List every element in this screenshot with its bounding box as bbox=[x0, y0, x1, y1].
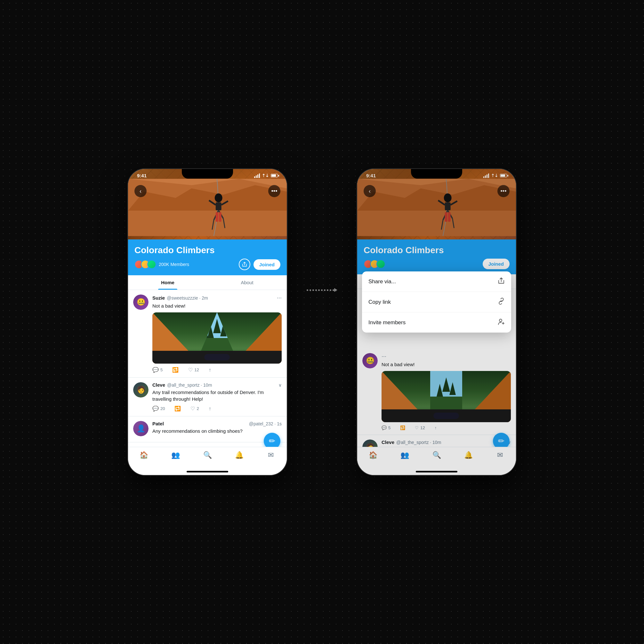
members-info-1: 200K Members bbox=[134, 260, 189, 269]
heart-icon-2: ♡ bbox=[190, 406, 195, 412]
signal-icon-1 bbox=[254, 173, 260, 178]
member-avatar-3 bbox=[147, 260, 156, 269]
dot-7 bbox=[324, 289, 326, 291]
like-action-2[interactable]: ♡ 2 bbox=[190, 406, 199, 412]
tweet-name-cleve: Cleve bbox=[152, 382, 165, 388]
svg-point-1 bbox=[215, 193, 222, 202]
tweet-body-2: Cleve @all_the_sportz · 10m ∨ Any trail … bbox=[152, 382, 282, 412]
wifi-icon-1: ⇡⇣ bbox=[262, 173, 269, 178]
climbing-scene bbox=[128, 179, 287, 236]
arrow-connector bbox=[307, 288, 337, 292]
notch-1 bbox=[182, 169, 233, 179]
nav-notifications-1[interactable]: 🔔 bbox=[223, 451, 255, 459]
link-icon-svg bbox=[498, 298, 505, 305]
dot-8 bbox=[327, 289, 328, 291]
retweet-icon-1: 🔁 bbox=[172, 367, 179, 373]
share-action-1[interactable]: ↑ bbox=[209, 367, 211, 373]
nav-search-1[interactable]: 🔍 bbox=[191, 451, 223, 459]
retweet-action-1[interactable]: 🔁 bbox=[172, 367, 179, 373]
nav-home-1[interactable]: 🏠 bbox=[128, 451, 160, 459]
dot-4 bbox=[315, 289, 317, 291]
menu-label-invite: Invite members bbox=[368, 319, 406, 326]
tweet-actions-1: 💬 5 🔁 ♡ 12 ↑ bbox=[152, 367, 282, 373]
tweet-avatar-suzie: 🤐 bbox=[133, 294, 149, 310]
feed-1: 🤐 Suzie @sweetsuzzzie · 2m ··· Not a bad… bbox=[128, 290, 287, 442]
svg-rect-12 bbox=[201, 338, 233, 351]
menu-item-share[interactable]: Share via... bbox=[362, 271, 511, 292]
tweet-expand-2[interactable]: ∨ bbox=[278, 382, 282, 388]
menu-item-invite[interactable]: Invite members bbox=[362, 312, 511, 333]
group-title-1: Colorado Climbers bbox=[134, 245, 280, 255]
tweet-body-3: Patel @patel_232 · 1s Any recommendation… bbox=[152, 421, 282, 438]
share-menu-icon bbox=[498, 277, 505, 286]
svg-point-28 bbox=[499, 319, 502, 322]
back-button-1[interactable]: ‹ bbox=[134, 185, 147, 197]
tweet-text-1: Not a bad view! bbox=[152, 302, 282, 309]
like-action-1[interactable]: ♡ 12 bbox=[188, 367, 199, 373]
tab-about-1[interactable]: About bbox=[207, 275, 287, 290]
arrow-head bbox=[334, 288, 337, 292]
retweet-icon-2: 🔁 bbox=[174, 406, 181, 412]
share-tweet-icon-1: ↑ bbox=[209, 367, 211, 373]
tweet-text-2: Any trail recommendations for outside of… bbox=[152, 389, 282, 402]
group-header-1: Colorado Climbers 200K Members bbox=[128, 239, 287, 275]
tweet-header-2: Cleve @all_the_sportz · 10m ∨ bbox=[152, 382, 282, 388]
tweet-text-3: Any recommendations on climbing shoes? bbox=[152, 428, 282, 434]
reply-action-1[interactable]: 💬 5 bbox=[152, 367, 163, 373]
tweet-user-2: Cleve @all_the_sportz · 10m bbox=[152, 382, 212, 388]
reply-icon-2: 💬 bbox=[152, 406, 159, 412]
context-menu: Share via... Copy link Invite members bbox=[362, 271, 511, 333]
dot-3 bbox=[312, 289, 314, 291]
tweet-1: 🤐 Suzie @sweetsuzzzie · 2m ··· Not a bad… bbox=[128, 290, 287, 378]
compose-icon-1: ✏ bbox=[269, 437, 275, 446]
nav-groups-1[interactable]: 👥 bbox=[160, 451, 191, 459]
svg-marker-16 bbox=[203, 330, 208, 338]
reply-action-2[interactable]: 💬 20 bbox=[152, 406, 165, 412]
tweet-handle-suzie: @sweetsuzzzie · 2m bbox=[167, 295, 208, 301]
invite-icon bbox=[498, 318, 505, 327]
dot-line bbox=[307, 289, 334, 291]
menu-item-copy-link[interactable]: Copy link bbox=[362, 292, 511, 312]
link-icon bbox=[498, 298, 505, 306]
joined-button-1[interactable]: Joined bbox=[254, 259, 280, 270]
tweet-name-patel: Patel bbox=[152, 421, 164, 426]
svg-rect-8 bbox=[219, 212, 221, 222]
tab-home-1[interactable]: Home bbox=[128, 275, 207, 290]
nav-messages-1[interactable]: ✉ bbox=[255, 451, 287, 459]
svg-rect-2 bbox=[216, 202, 221, 210]
tweet-more-1[interactable]: ··· bbox=[277, 294, 282, 301]
like-count-1: 12 bbox=[194, 367, 199, 372]
reply-count-1: 5 bbox=[160, 367, 163, 372]
share-tweet-icon-2: ↑ bbox=[209, 406, 211, 412]
status-icons-1: ⇡⇣ bbox=[254, 173, 278, 178]
tweet-header-3: Patel @patel_232 · 1s bbox=[152, 421, 282, 426]
phone-2: 9:41 ⇡⇣ bbox=[357, 168, 517, 476]
more-button-1[interactable]: ••• bbox=[268, 185, 280, 197]
dot-9 bbox=[330, 289, 331, 291]
reply-icon-1: 💬 bbox=[152, 367, 159, 373]
menu-label-copy-link: Copy link bbox=[368, 299, 391, 305]
heart-icon-1: ♡ bbox=[188, 367, 193, 373]
header-actions-1: Joined bbox=[239, 259, 280, 270]
retweet-action-2[interactable]: 🔁 bbox=[174, 406, 181, 412]
tweet-image-1 bbox=[152, 312, 282, 364]
bottom-nav-1: 🏠 👥 🔍 🔔 ✉ bbox=[128, 447, 287, 475]
tabs-1: Home About bbox=[128, 275, 287, 290]
svg-rect-7 bbox=[216, 212, 218, 222]
group-meta-1: 200K Members Joined bbox=[134, 259, 280, 275]
person-add-icon-svg bbox=[498, 318, 505, 325]
tweet-handle-cleve: @all_the_sportz · 10m bbox=[167, 382, 212, 388]
tweet-handle-patel: @patel_232 · 1s bbox=[249, 421, 282, 426]
share-icon-svg bbox=[498, 277, 505, 284]
tweet-3: 👤 Patel @patel_232 · 1s Any recommendati… bbox=[128, 416, 287, 442]
share-action-2[interactable]: ↑ bbox=[209, 406, 211, 412]
dot-5 bbox=[318, 289, 320, 291]
home-bar-1 bbox=[187, 471, 228, 472]
tweet-body-1: Suzie @sweetsuzzzie · 2m ··· Not a bad v… bbox=[152, 294, 282, 373]
share-button-1[interactable] bbox=[239, 259, 250, 270]
tweet-header-1: Suzie @sweetsuzzzie · 2m ··· bbox=[152, 294, 282, 301]
tweet-avatar-patel: 👤 bbox=[133, 421, 149, 436]
dot-1 bbox=[307, 289, 308, 291]
like-count-2: 2 bbox=[197, 406, 199, 411]
battery-icon-1 bbox=[271, 174, 278, 177]
